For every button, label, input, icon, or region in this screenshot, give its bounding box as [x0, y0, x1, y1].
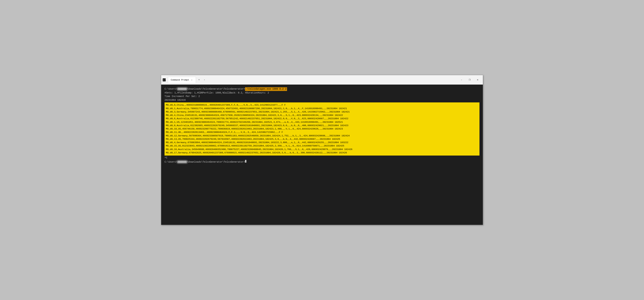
terminal-body[interactable]: C:\Users\ ███████ \Downloads\TelcoGenera…: [161, 85, 483, 225]
new-tab-button[interactable]: +: [197, 78, 201, 82]
data-line: MO,d0,0,China,,466923100098619,,46692040…: [166, 103, 478, 107]
data-output-block: MO,d0,0,China,,466923100098619,,46692040…: [164, 102, 480, 156]
tab-close-button[interactable]: ✕: [190, 79, 193, 81]
close-button[interactable]: ✕: [474, 77, 482, 83]
data-line: MO,d0,1,US,123481051,466923000464324,789…: [166, 121, 478, 124]
tab-group: Command Prompt ✕ + ▾: [168, 77, 207, 83]
cmd-window: C:\ Command Prompt ✕ + ▾ − ❐ ✕ C:\Users\…: [161, 75, 483, 225]
info-line-2: Time Increment Per Set: 2: [164, 95, 480, 98]
data-line: MO,d0,12,Germany,567899364,4669233005079…: [166, 134, 478, 138]
minimize-button[interactable]: −: [458, 77, 465, 83]
tab-label: Command Prompt: [171, 79, 189, 81]
active-tab[interactable]: Command Prompt ✕: [168, 77, 196, 83]
title-bar-left: C:\ Command Prompt ✕ + ▾: [162, 77, 458, 83]
data-line: MO,d0,3,Germany,345607243,46692300088646…: [166, 110, 478, 114]
data-line: MO,d0,16,Australia,345649680,46692040035…: [166, 148, 478, 151]
data-line: MO,d0,6,Australia,012309746,466922201102…: [166, 117, 478, 120]
data-line: MO,d0,4,China,234518131,466923000464324,…: [166, 114, 478, 117]
svg-text:C:\: C:\: [163, 79, 166, 81]
footer-path2: \Downloads\TelcoGenerator\TelcoGenerator…: [187, 160, 245, 164]
data-line: MO,d0,13,US,789025344,466922202679249,56…: [166, 138, 478, 141]
prompt-user: ███████: [177, 87, 187, 91]
data-line: MO,d0,1,Australia,789031774,466923000464…: [166, 107, 478, 110]
tab-dropdown-button[interactable]: ▾: [202, 78, 207, 82]
data-line: MO,d0,15,US,012323043,466921302209862,67…: [166, 144, 478, 148]
footer-user: ███████: [177, 160, 187, 164]
cursor: [245, 160, 246, 163]
data-line: MO,d0,17,Germany,678942825,4669204012373…: [166, 151, 478, 155]
footer-prompt-line: C:\Users\ ███████ \Downloads\TelcoGenera…: [164, 160, 480, 164]
data-line: MO,d0,11,UK,,466922202613463,,4669230004…: [166, 131, 478, 134]
window-controls: − ❐ ✕: [458, 77, 482, 83]
info-line-1: #Sets: 1,#FilesDump: 1,#CDRPerFile: 1000…: [164, 91, 480, 95]
footer-path1: C:\Users\: [164, 160, 177, 164]
maximize-button[interactable]: ❐: [466, 77, 474, 83]
cmd-icon: C:\: [162, 78, 166, 82]
prompt-path2: \Downloads\TelcoGenerator\TelcoGenerator…: [187, 87, 245, 91]
data-line: MO,d0,4,Germany,678983994,46692300046432…: [166, 141, 478, 144]
data-line: MO,d0,8,Australia,012392665,466922202679…: [166, 124, 478, 127]
ctrl-c-line: ^C: [164, 156, 480, 160]
prompt-path1: C:\Users\: [164, 87, 177, 91]
data-line: MO,d0,10,US,456746150,466923200779222,78…: [166, 127, 478, 131]
title-bar: C:\ Command Prompt ✕ + ▾ − ❐ ✕: [161, 75, 483, 85]
prompt-line: C:\Users\ ███████ \Downloads\TelcoGenera…: [164, 87, 480, 91]
command-highlight: .\telcodatagen.exe 1000 0.2 2: [245, 87, 287, 91]
timestamp-line: 20231004 182416: [164, 99, 480, 102]
